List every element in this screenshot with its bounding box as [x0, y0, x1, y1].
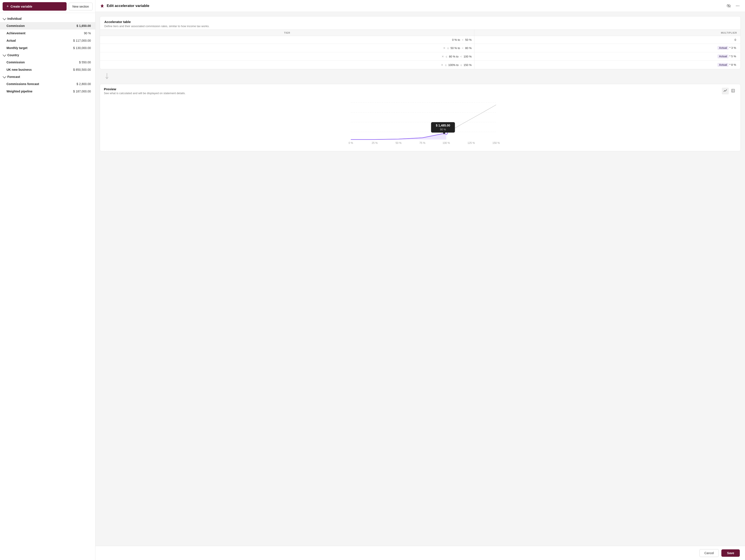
accelerator-table-card: Accelerator table Define tiers and their…	[100, 16, 741, 69]
accel-card-title: Accelerator table	[104, 20, 736, 24]
section-label: Individual	[7, 17, 22, 21]
tier-from: 0 % to	[452, 38, 460, 41]
multiplier-cell: Actual* 3 %	[474, 44, 740, 52]
tier-cell: ✕ ≤100% to ≤ 150 %	[100, 61, 474, 69]
preview-title: Preview	[104, 87, 186, 91]
tier-to: 50 %	[465, 38, 472, 41]
table-row: ✕ ≤50 % to < 80 % Actual* 3 %	[100, 44, 740, 52]
hide-button[interactable]	[725, 3, 732, 9]
header-actions	[725, 3, 741, 9]
sidebar-row-uk-new-business[interactable]: UK new business$ 850,500.00	[0, 66, 95, 73]
chart-wrapper: $ 1,485.00 90 % 0 % 25 % 50 % 75 % 100 %…	[104, 98, 737, 147]
create-variable-label: Create variable	[11, 5, 32, 8]
tier-column-header: TIER	[100, 30, 474, 36]
sidebar-row-actual[interactable]: Actual$ 117,000.00	[0, 37, 95, 44]
svg-marker-14	[351, 133, 446, 139]
multiplier-text: * 8 %	[730, 63, 736, 66]
section-label: Forecast	[7, 75, 20, 79]
svg-text:50 %: 50 %	[396, 142, 402, 145]
accelerator-icon	[100, 3, 104, 8]
multiplier-value: 0	[735, 38, 736, 41]
row-value: 90 %	[84, 31, 91, 35]
editor-header: Edit accelerator variable	[95, 0, 745, 12]
sidebar-row-weighted-pipeline[interactable]: Weighted pipeline$ 187,000.00	[0, 88, 95, 95]
multiplier-cell: Actual* 5 %	[474, 52, 740, 61]
tier-to: 80 %	[465, 46, 472, 50]
row-value: $ 187,000.00	[73, 90, 91, 93]
multiplier-cell: Actual* 8 %	[474, 61, 740, 69]
row-label: Commission	[6, 61, 25, 64]
sidebar-row-monthly-target[interactable]: Monthly target$ 130,000.00	[0, 44, 95, 52]
svg-text:125 %: 125 %	[467, 142, 475, 145]
actual-badge: Actual	[717, 55, 728, 58]
sidebar-section-country[interactable]: Country	[0, 52, 95, 59]
section-label: Country	[7, 53, 19, 57]
svg-text:0 %: 0 %	[349, 142, 353, 145]
multiplier-cell: 0	[474, 36, 740, 44]
preview-header: Preview See what is calculated and will …	[100, 84, 740, 96]
tier-op: <	[462, 38, 463, 41]
accel-card-subtitle: Define tiers and their associated commis…	[104, 25, 736, 28]
plus-icon: +	[6, 4, 9, 9]
svg-text:150 %: 150 %	[492, 142, 500, 145]
svg-text:25 %: 25 %	[372, 142, 378, 145]
more-options-button[interactable]	[735, 3, 741, 9]
svg-text:75 %: 75 %	[419, 142, 425, 145]
svg-rect-6	[732, 89, 735, 92]
row-label: Weighted pipeline	[6, 90, 33, 93]
table-row: ✕ ≤80 % to < 100 % Actual* 5 %	[100, 52, 740, 61]
preview-header-left: Preview See what is calculated and will …	[104, 87, 186, 95]
tier-to: 100 %	[464, 55, 472, 58]
row-label: Monthly target	[6, 46, 27, 50]
svg-point-3	[737, 6, 738, 6]
tier-from: 80 % to	[449, 55, 458, 58]
row-label: UK new business	[6, 68, 32, 71]
row-label: Achievement	[6, 31, 25, 35]
sidebar-row-commissions-forecast[interactable]: Commissions forecast$ 2,800.00	[0, 80, 95, 88]
lte-icon: ≤	[445, 63, 447, 67]
chevron-icon	[3, 53, 6, 57]
tier-from: 100% to	[448, 63, 459, 67]
row-label: Commissions forecast	[6, 82, 39, 86]
sidebar-section-forecast[interactable]: Forecast	[0, 73, 95, 80]
sidebar-row-commission[interactable]: Commission$ 1,650.00	[0, 22, 95, 30]
preview-card: Preview See what is calculated and will …	[100, 84, 741, 151]
tier-from: 50 % to	[451, 46, 460, 50]
sidebar-section-individual[interactable]: Individual	[0, 15, 95, 22]
table-row: 0 % to < 50 % 0	[100, 36, 740, 44]
table-view-button[interactable]	[730, 88, 737, 94]
chevron-icon	[3, 17, 6, 20]
save-button[interactable]: Save	[721, 549, 740, 557]
create-variable-button[interactable]: + Create variable	[3, 2, 67, 11]
tier-op: <	[460, 55, 462, 58]
chart-view-button[interactable]	[722, 88, 729, 94]
top-bar: + Create variable New section	[0, 0, 95, 13]
tier-cell: ✕ ≤50 % to < 80 %	[100, 44, 474, 52]
lte-icon: ≤	[447, 46, 449, 50]
remove-tier-button[interactable]: ✕	[443, 46, 446, 50]
row-value: $ 850,500.00	[73, 68, 91, 71]
preview-view-buttons	[722, 88, 737, 94]
right-panel: Edit accelerator variable	[95, 0, 745, 560]
chart-container: $ 1,485.00 90 % 0 % 25 % 50 % 75 % 100 %…	[100, 96, 740, 151]
sidebar-row-commission[interactable]: Commission$ 550.00	[0, 59, 95, 66]
accel-card-header: Accelerator table Define tiers and their…	[100, 17, 740, 30]
multiplier-column-header: MULTIPLIER	[474, 30, 740, 36]
flow-arrow	[100, 73, 741, 81]
preview-chart: $ 1,485.00 90 % 0 % 25 % 50 % 75 % 100 %…	[104, 98, 737, 146]
tier-cell: ✕ ≤80 % to < 100 %	[100, 52, 474, 61]
multiplier-text: * 5 %	[730, 55, 736, 58]
tier-to: 150 %	[464, 63, 472, 67]
sidebar-row-achievement[interactable]: Achievement90 %	[0, 30, 95, 37]
row-value: $ 1,650.00	[76, 24, 91, 28]
chevron-icon	[3, 75, 6, 78]
svg-point-4	[739, 6, 739, 6]
remove-tier-button[interactable]: ✕	[442, 55, 444, 58]
new-section-button[interactable]: New section	[69, 3, 93, 10]
cancel-button[interactable]: Cancel	[700, 549, 719, 557]
remove-tier-button[interactable]: ✕	[441, 63, 443, 67]
bottom-bar: Cancel Save	[95, 546, 745, 560]
table-row: ✕ ≤100% to ≤ 150 % Actual* 8 %	[100, 61, 740, 69]
lte-icon: ≤	[446, 55, 447, 58]
editor-body: Accelerator table Define tiers and their…	[95, 12, 745, 546]
